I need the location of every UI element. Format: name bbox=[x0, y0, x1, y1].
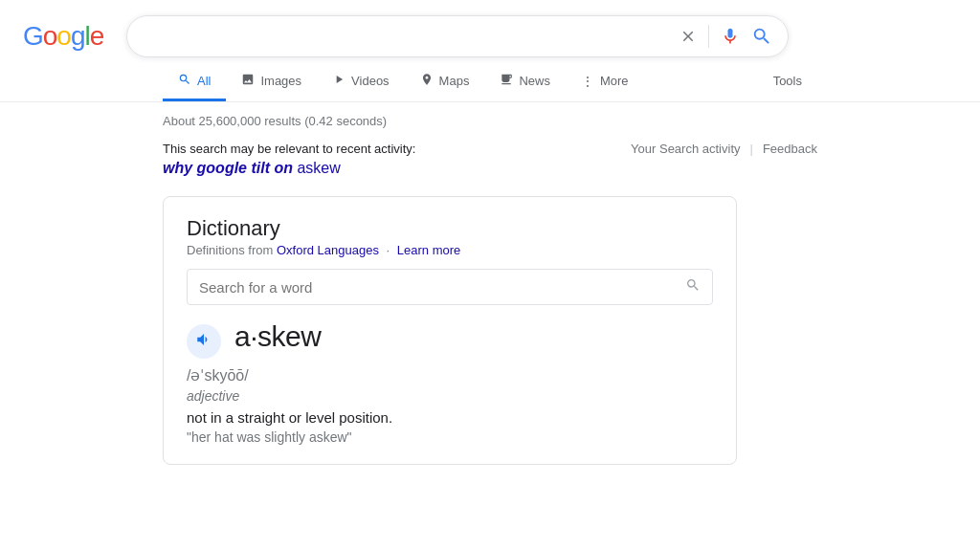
activity-link-bold: why google tilt on bbox=[163, 160, 293, 176]
all-icon bbox=[178, 73, 191, 89]
word-title: a·skew bbox=[234, 320, 321, 353]
logo-o1: o bbox=[43, 21, 57, 52]
pronunciation: /əˈskyōō/ bbox=[187, 366, 713, 384]
search-activity-link[interactable]: Your Search activity bbox=[631, 142, 740, 156]
search-input[interactable]: askew bbox=[143, 28, 670, 45]
pipe-separator: | bbox=[750, 142, 753, 156]
activity-right: Your Search activity | Feedback bbox=[631, 142, 817, 156]
search-bar-icons bbox=[679, 25, 772, 48]
search-divider bbox=[708, 25, 709, 48]
dictionary-card: Dictionary Definitions from Oxford Langu… bbox=[163, 196, 737, 465]
google-logo[interactable]: Google bbox=[23, 21, 103, 52]
tools-button[interactable]: Tools bbox=[758, 64, 817, 100]
logo-o2: o bbox=[56, 21, 71, 52]
part-of-speech: adjective bbox=[187, 388, 713, 404]
videos-icon bbox=[332, 73, 345, 89]
results-count: About 25,600,000 results (0.42 seconds) bbox=[163, 114, 817, 128]
activity-link[interactable]: why google tilt on askew bbox=[163, 160, 341, 176]
tab-videos[interactable]: Videos bbox=[317, 63, 405, 101]
recent-activity-section: This search may be relevant to recent ac… bbox=[163, 142, 817, 177]
tab-images[interactable]: Images bbox=[226, 63, 317, 101]
definition: not in a straight or level position. bbox=[187, 409, 713, 426]
search-bar: askew bbox=[126, 15, 789, 57]
logo-g2: g bbox=[71, 21, 85, 52]
tab-maps-label: Maps bbox=[439, 74, 470, 88]
tab-news-label: News bbox=[519, 74, 550, 88]
logo-e: e bbox=[90, 21, 104, 52]
search-bar-wrapper: askew bbox=[126, 15, 789, 57]
learn-more-link[interactable]: Learn more bbox=[397, 243, 460, 257]
speaker-icon bbox=[195, 331, 212, 352]
tab-news[interactable]: News bbox=[484, 63, 566, 101]
activity-link-normal: askew bbox=[297, 160, 340, 176]
mic-button[interactable] bbox=[721, 27, 740, 46]
example: "her hat was slightly askew" bbox=[187, 429, 713, 445]
feedback-link[interactable]: Feedback bbox=[763, 142, 817, 156]
header: Google askew bbox=[0, 0, 980, 57]
tab-more[interactable]: ⋮ More bbox=[566, 64, 644, 101]
word-search-box bbox=[187, 269, 713, 305]
close-icon bbox=[679, 28, 697, 45]
images-icon bbox=[241, 73, 255, 89]
results-area: About 25,600,000 results (0.42 seconds) … bbox=[0, 102, 980, 465]
tab-all[interactable]: All bbox=[163, 63, 226, 101]
oxford-link[interactable]: Oxford Languages bbox=[277, 243, 379, 257]
tab-maps[interactable]: Maps bbox=[405, 63, 485, 101]
word-search-input[interactable] bbox=[199, 279, 685, 296]
tab-more-label: More bbox=[600, 74, 629, 88]
search-icon bbox=[751, 26, 772, 47]
mic-icon bbox=[721, 27, 740, 46]
dict-subtitle: Definitions from Oxford Languages · Lear… bbox=[187, 243, 713, 257]
maps-icon bbox=[420, 73, 434, 89]
search-button[interactable] bbox=[751, 26, 772, 47]
news-icon bbox=[500, 73, 513, 89]
tab-videos-label: Videos bbox=[351, 74, 390, 88]
word-search-icon bbox=[685, 277, 701, 296]
tab-images-label: Images bbox=[260, 74, 301, 88]
word-text: a·skew bbox=[234, 320, 321, 353]
dict-subtitle-prefix: Definitions from bbox=[187, 243, 273, 257]
activity-label: This search may be relevant to recent ac… bbox=[163, 142, 415, 156]
more-icon: ⋮ bbox=[581, 74, 594, 89]
word-entry: a·skew bbox=[187, 320, 713, 359]
dict-title: Dictionary bbox=[187, 216, 713, 241]
tabs-bar: All Images Videos Maps News ⋮ More Tools bbox=[0, 57, 980, 102]
tab-all-label: All bbox=[197, 74, 211, 88]
logo-g: G bbox=[23, 21, 43, 52]
clear-button[interactable] bbox=[679, 28, 697, 45]
speaker-button[interactable] bbox=[187, 324, 221, 359]
activity-left: This search may be relevant to recent ac… bbox=[163, 142, 415, 177]
